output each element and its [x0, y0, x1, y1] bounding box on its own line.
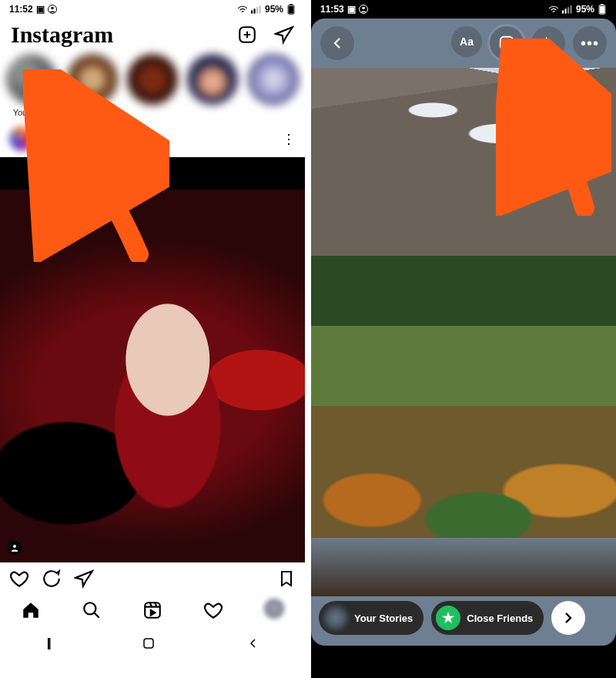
your-stories-button[interactable]: Your Stories [319, 601, 424, 635]
nav-reels-icon[interactable] [142, 600, 162, 620]
svg-rect-13 [144, 639, 153, 648]
sticker-tool-button[interactable] [490, 26, 524, 60]
wifi-icon [237, 5, 248, 14]
stories-row[interactable]: Your story [0, 52, 305, 120]
new-post-icon[interactable] [237, 25, 257, 45]
more-options-button[interactable]: ••• [573, 26, 607, 60]
android-nav-bar: ||| [0, 627, 305, 660]
svg-rect-8 [289, 6, 293, 14]
wifi-icon [548, 5, 559, 14]
back-button[interactable] [248, 638, 259, 649]
svg-rect-22 [600, 6, 604, 14]
text-tool-button[interactable]: Aa [451, 26, 482, 57]
signal-icon [562, 5, 573, 14]
nav-profile-icon[interactable] [264, 599, 284, 622]
messenger-icon[interactable] [274, 25, 294, 45]
status-account-icon [48, 5, 57, 14]
svg-rect-5 [259, 5, 260, 14]
tagged-people-icon[interactable] [8, 541, 22, 555]
instagram-feed-screen: 11:52 ▣ 95% Instagram [0, 0, 305, 678]
status-time: 11:52 [9, 4, 33, 15]
text-tool-label: Aa [460, 35, 474, 48]
story-item[interactable] [248, 54, 299, 117]
your-stories-label: Your Stories [354, 613, 413, 624]
post-account[interactable] [9, 126, 132, 151]
like-icon[interactable] [9, 569, 29, 589]
next-button[interactable] [551, 601, 585, 635]
post-actions [0, 562, 305, 593]
add-story-badge[interactable] [37, 89, 52, 105]
share-icon[interactable] [74, 569, 94, 589]
svg-rect-19 [570, 5, 571, 14]
app-header: Instagram [0, 18, 305, 52]
close-friends-star-icon: ★ [436, 606, 460, 630]
status-time: 11:53 [320, 4, 344, 15]
share-bar: Your Stories ★ Close Friends [311, 596, 616, 639]
battery-icon [286, 4, 296, 15]
battery-percent: 95% [576, 4, 594, 15]
instagram-logo[interactable]: Instagram [11, 22, 113, 48]
nav-search-icon[interactable] [82, 600, 102, 620]
svg-point-25 [508, 41, 510, 42]
share-avatar [323, 606, 348, 630]
save-icon[interactable] [277, 569, 296, 589]
editor-toolbar: Aa ••• [311, 18, 616, 68]
post-more-icon[interactable]: ⋯ [281, 133, 298, 145]
svg-rect-2 [251, 10, 253, 13]
svg-point-24 [504, 41, 505, 42]
nav-activity-icon[interactable] [203, 600, 223, 620]
svg-point-11 [84, 602, 95, 614]
status-bar: 11:52 ▣ 95% [0, 0, 305, 18]
svg-rect-17 [564, 8, 566, 13]
close-friends-button[interactable]: ★ Close Friends [431, 601, 544, 635]
story-canvas[interactable] [311, 68, 616, 538]
svg-point-1 [51, 7, 54, 10]
story-item[interactable] [127, 54, 178, 117]
your-story[interactable]: Your story [6, 54, 57, 117]
svg-rect-4 [256, 7, 258, 13]
battery-icon [598, 4, 607, 15]
your-story-label: Your story [13, 108, 51, 117]
back-button[interactable] [320, 26, 354, 60]
more-icon: ••• [581, 35, 599, 52]
nav-home-icon[interactable] [21, 600, 41, 620]
close-friends-label: Close Friends [467, 613, 533, 624]
svg-rect-12 [145, 602, 160, 618]
comment-icon[interactable] [42, 569, 62, 589]
status-account-icon [359, 5, 368, 14]
post-username [40, 129, 132, 148]
battery-percent: 95% [265, 4, 283, 15]
story-item[interactable] [66, 54, 117, 117]
recents-button[interactable]: ||| [46, 636, 49, 650]
svg-rect-7 [290, 4, 292, 5]
svg-point-10 [13, 545, 16, 548]
story-item[interactable] [187, 54, 238, 117]
signal-icon [251, 5, 262, 14]
effects-tool-button[interactable] [531, 26, 565, 60]
svg-point-15 [362, 7, 365, 10]
story-editor: Aa ••• Your Stor [311, 18, 616, 646]
status-media-icon: ▣ [36, 4, 45, 15]
story-editor-screen: 11:53 ▣ 95% Aa [311, 0, 616, 678]
svg-rect-3 [253, 8, 255, 13]
home-button[interactable] [142, 637, 155, 649]
svg-rect-16 [562, 10, 564, 13]
status-media-icon: ▣ [347, 4, 356, 15]
post-header: ⋯ [0, 120, 305, 157]
svg-rect-18 [567, 7, 569, 13]
bottom-nav [0, 593, 305, 627]
post-image[interactable] [0, 157, 305, 562]
status-bar: 11:53 ▣ 95% [311, 0, 616, 18]
post-avatar [9, 126, 34, 151]
svg-rect-21 [601, 4, 603, 5]
canvas-bottom-fade [311, 535, 616, 596]
